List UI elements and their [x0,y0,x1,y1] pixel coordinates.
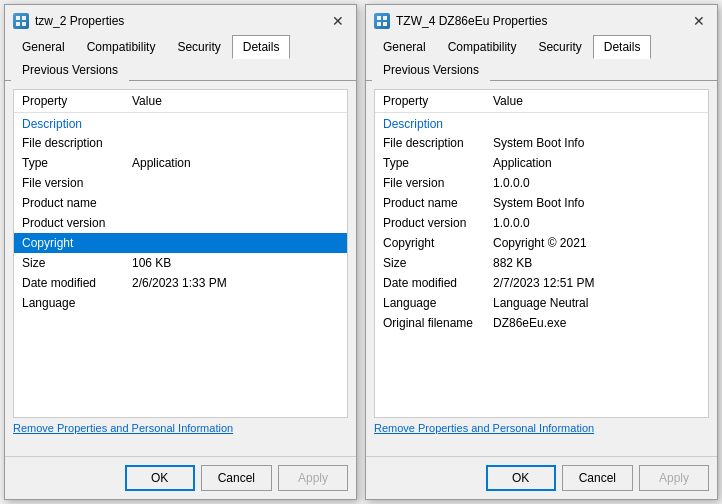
row-language-2: Language Language Neutral [375,293,708,313]
tab-security-1[interactable]: Security [166,35,231,59]
row-property-2-5: Product version [383,216,493,230]
row-value-2: Application [132,156,339,170]
dialog-1: tzw_2 Properties ✕ General Compatibility… [4,4,357,500]
row-property-2-9: Language [383,296,493,310]
tab-details-2[interactable]: Details [593,35,652,59]
row-property-6: Copyright [22,236,132,250]
row-product-name-1: Product name [14,193,347,213]
row-value-2-9: Language Neutral [493,296,700,310]
row-property-5: Product version [22,216,132,230]
row-value-7: 106 KB [132,256,339,270]
row-value-2-4: System Boot Info [493,196,700,210]
row-product-name-2: Product name System Boot Info [375,193,708,213]
apply-button-1[interactable]: Apply [278,465,348,491]
tab-bar-1: General Compatibility Security Details P… [5,35,356,81]
footer-1: OK Cancel Apply [5,456,356,499]
footer-2: OK Cancel Apply [366,456,717,499]
col-header-property-1: Property [22,94,132,108]
row-property-2-7: Size [383,256,493,270]
section-label-1: Description [22,117,132,131]
title-bar-2: TZW_4 DZ86eEu Properties ✕ [366,5,717,35]
row-product-version-1: Product version [14,213,347,233]
tab-general-1[interactable]: General [11,35,76,59]
row-file-version-1: File version [14,173,347,193]
section-description-1: Description [14,113,347,133]
apply-button-2[interactable]: Apply [639,465,709,491]
row-size-1: Size 106 KB [14,253,347,273]
tab-previous-versions-2[interactable]: Previous Versions [372,58,490,81]
svg-rect-4 [377,16,381,20]
cancel-button-2[interactable]: Cancel [562,465,633,491]
row-property-2-6: Copyright [383,236,493,250]
row-date-modified-1: Date modified 2/6/2023 1:33 PM [14,273,347,293]
row-file-description-2: File description System Boot Info [375,133,708,153]
row-language-1: Language [14,293,347,313]
row-value-2-3: 1.0.0.0 [493,176,700,190]
row-property-1: File description [22,136,132,150]
row-property-7: Size [22,256,132,270]
row-property-8: Date modified [22,276,132,290]
col-header-property-2: Property [383,94,493,108]
row-file-description-1: File description [14,133,347,153]
svg-rect-5 [383,16,387,20]
row-property-2: Type [22,156,132,170]
properties-table-1: Property Value Description File descript… [13,89,348,418]
svg-rect-3 [22,22,26,26]
close-button-1[interactable]: ✕ [328,11,348,31]
title-bar-1: tzw_2 Properties ✕ [5,5,356,35]
row-property-4: Product name [22,196,132,210]
row-property-3: File version [22,176,132,190]
row-value-8: 2/6/2023 1:33 PM [132,276,339,290]
svg-rect-0 [16,16,20,20]
row-copyright-2: Copyright Copyright © 2021 [375,233,708,253]
col-header-value-2: Value [493,94,700,108]
row-property-2-1: File description [383,136,493,150]
col-header-value-1: Value [132,94,339,108]
tab-compatibility-2[interactable]: Compatibility [437,35,528,59]
dialog-1-title: tzw_2 Properties [35,14,322,28]
row-property-2-2: Type [383,156,493,170]
row-type-2: Type Application [375,153,708,173]
tab-details-1[interactable]: Details [232,35,291,59]
dialog-2-title: TZW_4 DZ86eEu Properties [396,14,683,28]
table-header-1: Property Value [14,90,347,113]
row-property-9: Language [22,296,132,310]
cancel-button-1[interactable]: Cancel [201,465,272,491]
remove-link-1[interactable]: Remove Properties and Personal Informati… [13,418,348,438]
row-property-2-4: Product name [383,196,493,210]
content-1: Property Value Description File descript… [5,81,356,456]
svg-rect-1 [22,16,26,20]
properties-table-2: Property Value Description File descript… [374,89,709,418]
row-value-2-1: System Boot Info [493,136,700,150]
ok-button-1[interactable]: OK [125,465,195,491]
row-date-modified-2: Date modified 2/7/2023 12:51 PM [375,273,708,293]
row-value-2-2: Application [493,156,700,170]
ok-button-2[interactable]: OK [486,465,556,491]
dialog-2: TZW_4 DZ86eEu Properties ✕ General Compa… [365,4,718,500]
table-header-2: Property Value [375,90,708,113]
row-copyright-1[interactable]: Copyright [14,233,347,253]
svg-rect-7 [383,22,387,26]
section-label-2: Description [383,117,493,131]
row-type-1: Type Application [14,153,347,173]
tab-previous-versions-1[interactable]: Previous Versions [11,58,129,81]
tab-security-2[interactable]: Security [527,35,592,59]
row-value-2-5: 1.0.0.0 [493,216,700,230]
tab-compatibility-1[interactable]: Compatibility [76,35,167,59]
row-size-2: Size 882 KB [375,253,708,273]
content-2: Property Value Description File descript… [366,81,717,456]
row-original-filename-2: Original filename DZ86eEu.exe [375,313,708,333]
row-property-2-8: Date modified [383,276,493,290]
window-icon-1 [13,13,29,29]
row-value-2-7: 882 KB [493,256,700,270]
tab-general-2[interactable]: General [372,35,437,59]
svg-rect-2 [16,22,20,26]
row-value-2-10: DZ86eEu.exe [493,316,700,330]
tab-bar-2: General Compatibility Security Details P… [366,35,717,81]
row-value-2-6: Copyright © 2021 [493,236,700,250]
svg-rect-6 [377,22,381,26]
remove-link-2[interactable]: Remove Properties and Personal Informati… [374,418,709,438]
row-value-2-8: 2/7/2023 12:51 PM [493,276,700,290]
row-product-version-2: Product version 1.0.0.0 [375,213,708,233]
close-button-2[interactable]: ✕ [689,11,709,31]
